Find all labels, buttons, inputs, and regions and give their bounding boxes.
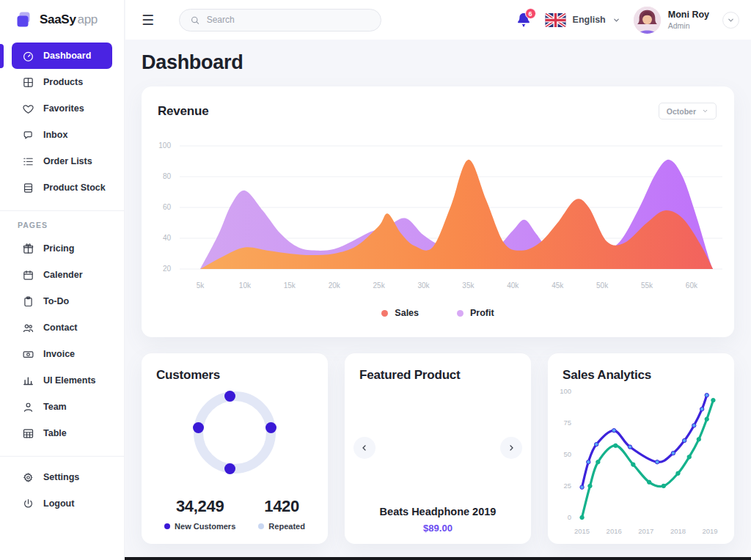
chevron-right-icon (507, 443, 516, 452)
avatar (634, 7, 661, 34)
page-title: Dashboard (142, 51, 243, 74)
power-icon (22, 498, 34, 510)
sidebar-item-label: Invoice (43, 349, 75, 359)
sidebar-item-order-lists[interactable]: Order Lists (12, 148, 112, 174)
svg-text:80: 80 (163, 172, 172, 180)
sidebar-item-settings[interactable]: Settings (12, 464, 112, 490)
period-dropdown[interactable]: October (659, 103, 717, 119)
sidebar-item-invoice[interactable]: Invoice (12, 341, 112, 367)
sidebar-item-ui-elements[interactable]: UI Elements (12, 367, 112, 394)
chevron-down-icon (727, 16, 735, 24)
topbar-right-cluster: 6 English (516, 7, 751, 34)
svg-text:2017: 2017 (638, 527, 653, 535)
sidebar-item-products[interactable]: Products (12, 69, 112, 95)
stat-value: 1420 (258, 497, 305, 516)
uk-flag-icon (545, 13, 566, 27)
svg-text:35k: 35k (462, 281, 475, 290)
stat-label: New Customers (175, 522, 235, 531)
user-menu[interactable]: Moni Roy Admin (634, 7, 709, 34)
sidebar-item-calender[interactable]: Calender (12, 262, 112, 288)
sidebar-item-label: Dashboard (43, 51, 91, 61)
legend-label: Sales (395, 308, 419, 318)
language-selector[interactable]: English (545, 13, 620, 27)
sidebar-item-label: Settings (43, 472, 79, 482)
sidebar-item-contact[interactable]: Contact (12, 314, 112, 341)
active-item-accent (0, 44, 4, 68)
svg-text:40k: 40k (507, 281, 519, 290)
svg-text:100: 100 (158, 141, 171, 150)
sidebar-item-to-do[interactable]: To-Do (12, 288, 112, 314)
sidebar-section-label: PAGES (0, 211, 124, 235)
chevron-left-icon (360, 443, 369, 452)
svg-text:50: 50 (563, 450, 571, 458)
notifications-button[interactable]: 6 (516, 12, 532, 28)
list-icon (22, 155, 34, 168)
featured-product-card: Featured Product Beats Headphone 2019 $8… (345, 353, 531, 544)
customers-card: Customers 34,249 New Customers 1420 Repe… (142, 353, 328, 544)
sidebar-item-product-stock[interactable]: Product Stock (12, 174, 112, 201)
search-input[interactable] (207, 15, 370, 25)
sidebar-item-favorites[interactable]: Favorites (12, 95, 112, 122)
sidebar-item-label: Logout (43, 498, 74, 509)
legend-dot (258, 523, 264, 529)
sidebar-item-label: To-Do (43, 296, 69, 306)
user-name: Moni Roy (668, 10, 709, 20)
sidebar-item-label: Calender (43, 270, 83, 280)
svg-text:45k: 45k (552, 281, 564, 290)
svg-text:25k: 25k (373, 281, 386, 290)
previous-product-button[interactable] (353, 437, 376, 459)
sidebar-item-table[interactable]: Table (12, 420, 112, 446)
chevron-down-icon (612, 16, 620, 24)
customers-title: Customers (156, 368, 220, 383)
sidebar-item-label: Inbox (43, 130, 67, 140)
sidebar-item-pricing[interactable]: Pricing (12, 235, 112, 262)
sidebar-item-dashboard[interactable]: Dashboard (12, 43, 112, 69)
brand-logo[interactable]: SaaSyapp (0, 0, 124, 40)
user-icon (22, 401, 34, 413)
search-bar[interactable] (179, 9, 381, 32)
topbar: ☰ 6 E (125, 0, 751, 40)
svg-text:2016: 2016 (607, 527, 622, 535)
brand-cube-icon (15, 10, 34, 29)
svg-text:20k: 20k (329, 281, 341, 290)
svg-text:15k: 15k (284, 281, 296, 290)
sidebar-item-logout[interactable]: Logout (12, 490, 112, 517)
sales-analytics-card: Sales Analytics 100755025020152016201720… (548, 353, 734, 544)
sidebar-item-label: Pricing (43, 243, 74, 254)
revenue-legend: SalesProfit (142, 308, 734, 318)
product-price: $89.00 (345, 523, 531, 534)
chat-icon (22, 129, 34, 141)
sidebar-item-label: Contact (43, 323, 78, 333)
sidebar-item-team[interactable]: Team (12, 394, 112, 420)
sidebar-item-inbox[interactable]: Inbox (12, 122, 112, 148)
menu-toggle-icon[interactable]: ☰ (142, 13, 154, 27)
grid-icon (22, 76, 34, 89)
svg-text:60: 60 (163, 203, 172, 211)
analytics-title: Sales Analytics (563, 368, 651, 383)
table-icon (22, 427, 34, 440)
svg-text:55k: 55k (641, 281, 653, 290)
featured-title: Featured Product (359, 368, 461, 383)
gift-icon (22, 243, 34, 255)
legend-item-profit: Profit (457, 308, 494, 318)
user-dropdown-button[interactable] (722, 12, 739, 29)
revenue-area-chart: 100806040205k10k15k20k25k30k35k40k45k50k… (146, 139, 728, 297)
donut-marker (265, 422, 276, 433)
svg-text:20: 20 (163, 265, 172, 273)
sidebar-item-label: Product Stock (43, 183, 106, 193)
sidebar-item-label: Products (43, 77, 83, 87)
svg-text:50k: 50k (596, 281, 609, 290)
revenue-card: Revenue October 100806040205k10k15k20k25… (142, 86, 734, 337)
sidebar-item-label: Favorites (43, 103, 84, 114)
user-role: Admin (668, 21, 709, 30)
cash-icon (22, 348, 34, 361)
sidebar-item-label: Order Lists (43, 156, 92, 166)
revenue-title: Revenue (158, 104, 208, 119)
chevron-down-icon (702, 108, 708, 114)
next-product-button[interactable] (500, 437, 522, 459)
calendar-icon (22, 269, 34, 281)
svg-text:40: 40 (163, 234, 172, 242)
svg-text:75: 75 (563, 419, 571, 427)
sidebar: SaaSyapp DashboardProductsFavoritesInbox… (0, 0, 125, 560)
svg-text:0: 0 (568, 513, 571, 521)
